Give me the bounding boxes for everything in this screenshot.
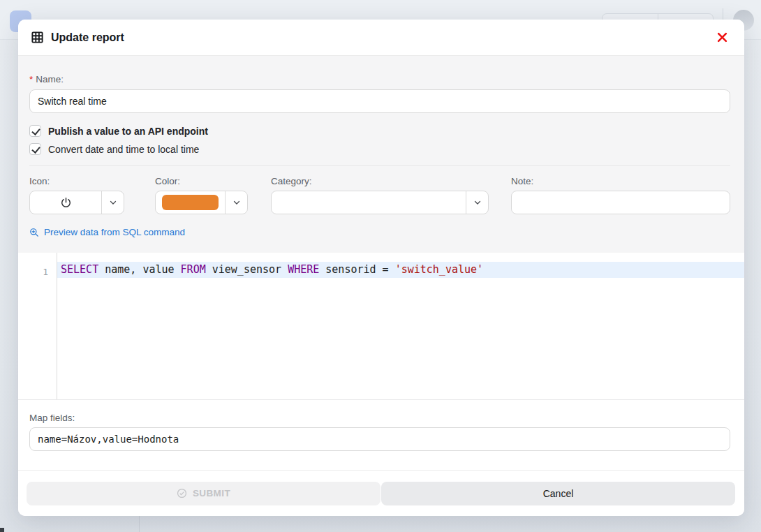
sql-code-tokens: SELECT name, value FROM view_sensor WHER… [61,263,483,276]
map-fields-label: Map fields: [29,413,730,423]
power-icon [60,197,72,209]
color-select-dropdown-button[interactable] [225,191,247,214]
category-select-value[interactable] [272,191,466,214]
publish-checkbox[interactable] [29,125,41,137]
cancel-button-label: Cancel [543,488,574,499]
convert-time-checkbox-label: Convert date and time to local time [48,144,199,155]
color-swatch [162,195,219,210]
icon-label: Icon: [29,176,124,186]
modal-form-area: *Name: Publish a value to an API endpoin… [18,56,744,253]
map-fields-section: Map fields: [18,400,744,470]
chevron-down-icon [473,198,482,207]
required-mark: * [29,74,33,84]
background-column-divider [139,513,140,532]
color-select[interactable] [155,191,248,214]
note-label: Note: [511,176,730,186]
chevron-down-icon [109,198,117,207]
zoom-in-icon [29,228,39,237]
submit-button[interactable]: SUBMIT [27,482,380,505]
modal-footer: SUBMIT Cancel [18,470,744,516]
section-divider [29,165,730,166]
sql-editor-gutter: 1 [18,253,57,399]
cancel-button[interactable]: Cancel [381,482,735,505]
icon-field: Icon: [29,176,124,214]
sql-code-area[interactable]: SELECT name, value FROM view_sensor WHER… [57,253,744,399]
category-select[interactable] [271,191,489,214]
modal-title: Update report [51,31,124,44]
table-icon [31,31,44,44]
map-fields-input[interactable] [29,427,730,451]
convert-time-checkbox-row[interactable]: Convert date and time to local time [29,143,730,155]
name-input[interactable] [29,89,730,113]
chevron-down-icon [232,198,241,207]
publish-checkbox-row[interactable]: Publish a value to an API endpoint [29,125,730,137]
update-report-modal: Update report *Name: Publish a value to … [18,20,744,516]
note-field: Note: [511,176,730,214]
preview-sql-link[interactable]: Preview data from SQL command [29,227,185,237]
color-field: Color: [155,176,248,214]
icon-select-dropdown-button[interactable] [101,191,124,214]
category-label: Category: [271,176,489,186]
background-corner-mark [0,528,4,532]
sql-code-line[interactable]: SELECT name, value FROM view_sensor WHER… [57,262,744,278]
modal-header: Update report [18,20,744,56]
category-field: Category: [271,176,489,214]
publish-checkbox-label: Publish a value to an API endpoint [48,126,208,137]
color-label: Color: [155,176,248,186]
color-select-value[interactable] [156,191,225,214]
submit-button-label: SUBMIT [193,488,230,498]
name-label: Name: [36,74,64,84]
sql-editor[interactable]: 1 SELECT name, value FROM view_sensor WH… [18,253,744,399]
category-select-dropdown-button[interactable] [466,191,488,214]
name-label-row: *Name: [29,73,730,85]
convert-time-checkbox[interactable] [29,143,41,155]
preview-sql-link-label: Preview data from SQL command [44,227,185,237]
line-number: 1 [18,264,57,280]
check-circle-icon [177,488,187,498]
icon-color-category-note-row: Icon: [29,176,730,214]
icon-select-value[interactable] [30,191,101,214]
close-button[interactable] [714,29,730,46]
note-input[interactable] [511,191,730,214]
close-icon [717,32,727,43]
icon-select[interactable] [29,191,124,214]
